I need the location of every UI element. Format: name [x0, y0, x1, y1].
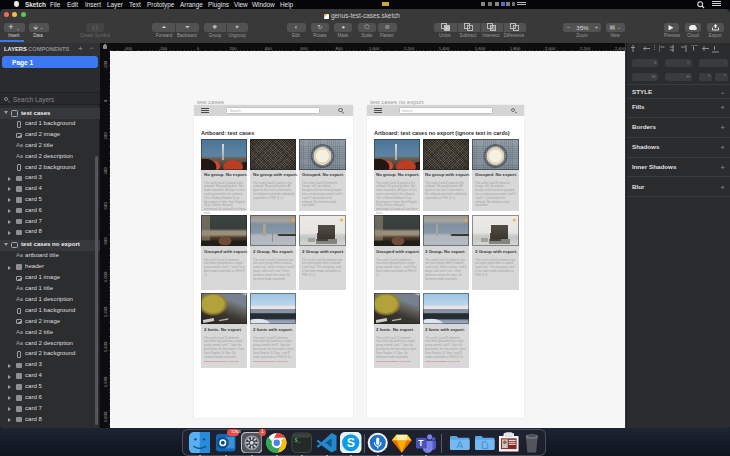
svg-text:$_: $_	[295, 438, 302, 444]
svg-text:S: S	[347, 436, 355, 450]
svg-text:T: T	[418, 438, 423, 448]
